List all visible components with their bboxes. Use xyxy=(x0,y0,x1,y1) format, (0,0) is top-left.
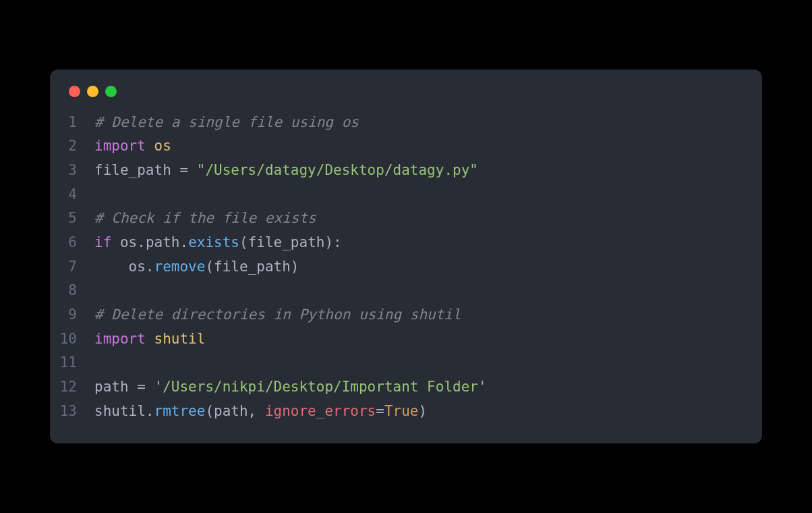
code-token: # Check if the file exists xyxy=(94,210,316,226)
code-token xyxy=(146,138,154,154)
code-token: path xyxy=(214,403,248,419)
line-number: 8 xyxy=(50,279,94,303)
code-token: ( xyxy=(205,259,214,275)
code-token: shutil xyxy=(154,331,206,347)
code-token xyxy=(146,379,154,395)
code-token: # Delete directories in Python using shu… xyxy=(94,306,461,323)
code-token: ) xyxy=(291,259,299,275)
line-content: # Delete directories in Python using shu… xyxy=(94,303,461,327)
code-line: 7 os.remove(file_path) xyxy=(50,255,762,279)
line-content: import os xyxy=(94,134,171,159)
line-number: 3 xyxy=(50,159,94,183)
code-token: ( xyxy=(239,234,248,250)
code-line: 8 xyxy=(50,279,762,303)
code-token: file_path xyxy=(94,162,179,178)
code-token: ) xyxy=(419,403,428,419)
code-token: ignore_errors xyxy=(265,403,376,419)
code-token: . xyxy=(146,259,154,275)
code-token: shutil xyxy=(94,403,146,419)
code-token: ) xyxy=(324,234,333,250)
code-token: exists xyxy=(188,234,239,250)
code-token: os xyxy=(111,234,137,250)
code-token: path xyxy=(94,379,137,395)
line-content: if os.path.exists(file_path): xyxy=(94,231,342,255)
line-content xyxy=(94,351,103,375)
line-number: 11 xyxy=(50,351,94,375)
code-token: , xyxy=(248,403,265,419)
code-token: os xyxy=(154,138,171,154)
code-line: 4 xyxy=(50,183,762,207)
code-line: 5# Check if the file exists xyxy=(50,207,762,231)
line-number: 2 xyxy=(50,134,94,159)
code-token: file_path xyxy=(248,234,325,250)
line-number: 7 xyxy=(50,255,94,279)
code-line: 12path = '/Users/nikpi/Desktop/Important… xyxy=(50,375,762,400)
code-token: '/Users/nikpi/Desktop/Important Folder' xyxy=(154,379,487,395)
line-number: 10 xyxy=(50,327,94,352)
code-token: = xyxy=(137,379,146,395)
code-line: 13shutil.rmtree(path, ignore_errors=True… xyxy=(50,400,762,424)
window-titlebar xyxy=(50,86,762,111)
code-token: remove xyxy=(154,259,206,275)
code-line: 6if os.path.exists(file_path): xyxy=(50,231,762,255)
code-token: path xyxy=(146,234,180,250)
line-number: 4 xyxy=(50,183,94,207)
code-token: = xyxy=(376,403,384,419)
code-line: 10import shutil xyxy=(50,327,762,352)
maximize-icon[interactable] xyxy=(105,86,117,97)
line-content: # Delete a single file using os xyxy=(94,111,359,135)
minimize-icon[interactable] xyxy=(87,86,98,97)
code-line: 3file_path = "/Users/datagy/Desktop/data… xyxy=(50,159,762,183)
line-number: 6 xyxy=(50,231,94,255)
code-token: import xyxy=(94,138,146,154)
line-number: 9 xyxy=(50,303,94,327)
line-number: 13 xyxy=(50,400,94,424)
line-content xyxy=(94,279,103,303)
code-line: 2import os xyxy=(50,134,762,159)
code-window: 1# Delete a single file using os2import … xyxy=(50,70,762,444)
code-token: . xyxy=(146,403,154,419)
code-line: 11 xyxy=(50,351,762,375)
line-content xyxy=(94,183,103,207)
code-token: : xyxy=(333,234,342,250)
code-token xyxy=(188,162,197,178)
line-content: path = '/Users/nikpi/Desktop/Important F… xyxy=(94,375,487,400)
code-token: ( xyxy=(205,403,214,419)
code-token: = xyxy=(179,162,188,178)
line-number: 12 xyxy=(50,375,94,400)
line-number: 1 xyxy=(50,111,94,135)
line-content: import shutil xyxy=(94,327,205,352)
close-icon[interactable] xyxy=(69,86,80,97)
code-token: . xyxy=(137,234,146,250)
code-token: True xyxy=(384,403,419,419)
line-number: 5 xyxy=(50,207,94,231)
code-line: 1# Delete a single file using os xyxy=(50,111,762,135)
code-token: rmtree xyxy=(154,403,206,419)
code-token: os xyxy=(94,259,146,275)
line-content: # Check if the file exists xyxy=(94,207,316,231)
code-line: 9# Delete directories in Python using sh… xyxy=(50,303,762,327)
line-content: shutil.rmtree(path, ignore_errors=True) xyxy=(94,400,427,424)
code-editor[interactable]: 1# Delete a single file using os2import … xyxy=(50,111,762,424)
code-token: import xyxy=(94,331,146,347)
code-token: file_path xyxy=(214,259,291,275)
code-token: if xyxy=(94,234,111,250)
code-token: . xyxy=(179,234,188,250)
line-content: file_path = "/Users/datagy/Desktop/datag… xyxy=(94,159,478,183)
code-token: "/Users/datagy/Desktop/datagy.py" xyxy=(197,162,478,178)
line-content: os.remove(file_path) xyxy=(94,255,299,279)
code-token xyxy=(146,331,154,347)
code-token: # Delete a single file using os xyxy=(94,114,359,130)
